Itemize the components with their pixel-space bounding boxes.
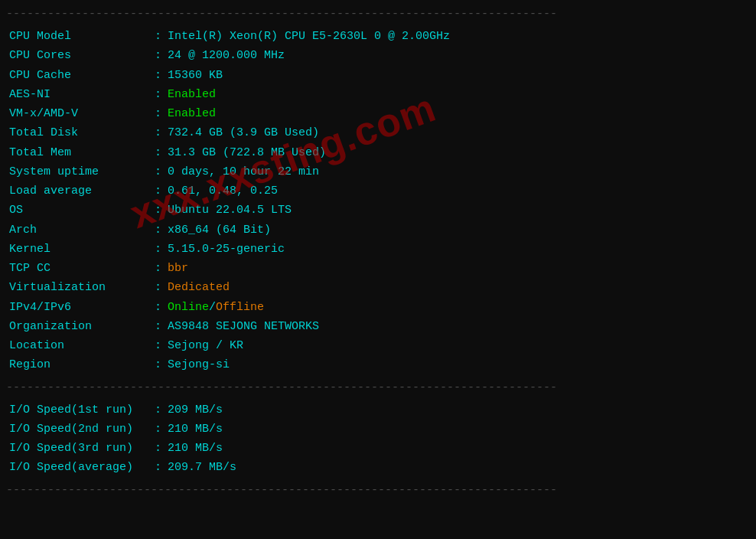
system-info-row: Load average: 0.61, 0.48, 0.25 [0, 181, 756, 201]
info-label: CPU Model [9, 28, 155, 45]
info-colon: : [155, 221, 161, 239]
info-colon: : [155, 67, 161, 84]
info-label: Total Disk [9, 124, 155, 142]
middle-divider: ----------------------------------------… [0, 378, 756, 397]
system-info-row: System uptime: 0 days, 10 hour 22 min [0, 162, 756, 181]
io-colon: : [155, 401, 161, 419]
io-value: 210 MB/s [168, 420, 223, 438]
system-info-row: Total Disk: 732.4 GB (3.9 GB Used) [0, 123, 756, 142]
system-info-row: IPv4/IPv6: Online / Offline [0, 298, 756, 317]
info-colon: : [155, 182, 161, 200]
info-label: AES-NI [9, 86, 155, 103]
io-section: I/O Speed(1st run): 209 MB/sI/O Speed(2n… [0, 397, 756, 481]
info-value: 24 @ 1200.000 MHz [168, 47, 285, 64]
info-value: Intel(R) Xeon(R) CPU E5-2630L 0 @ 2.00GH… [168, 28, 450, 45]
info-colon: : [155, 299, 161, 316]
io-colon: : [155, 420, 161, 438]
info-value: 732.4 GB (3.9 GB Used) [168, 124, 319, 142]
ipv6-status: Offline [216, 299, 264, 316]
bottom-divider: ----------------------------------------… [0, 481, 756, 500]
info-value: Sejong-si [168, 356, 230, 374]
io-colon: : [155, 439, 161, 457]
info-label: Kernel [9, 240, 155, 258]
info-label: Load average [9, 182, 155, 200]
info-label: Total Mem [9, 144, 155, 162]
system-info-row: CPU Model: Intel(R) Xeon(R) CPU E5-2630L… [0, 27, 756, 46]
io-value: 210 MB/s [168, 439, 223, 457]
info-value: Enabled [168, 105, 216, 122]
io-info-row: I/O Speed(3rd run): 210 MB/s [0, 439, 756, 458]
info-colon: : [155, 47, 161, 64]
info-colon: : [155, 144, 161, 162]
info-value: Enabled [168, 86, 216, 103]
system-info-row: CPU Cache: 15360 KB [0, 66, 756, 85]
io-value: 209 MB/s [168, 401, 223, 419]
io-info-row: I/O Speed(2nd run): 210 MB/s [0, 420, 756, 439]
io-value: 209.7 MB/s [168, 459, 236, 476]
info-label: System uptime [9, 163, 155, 181]
info-colon: : [155, 163, 161, 181]
info-value: x86_64 (64 Bit) [168, 221, 271, 239]
system-info-row: AES-NI: Enabled [0, 85, 756, 104]
info-colon: : [155, 260, 161, 277]
info-label: VM-x/AMD-V [9, 105, 155, 122]
top-divider: ----------------------------------------… [0, 5, 756, 24]
io-label: I/O Speed(2nd run) [9, 420, 155, 438]
info-value: 15360 KB [168, 67, 223, 84]
system-info-row: Arch: x86_64 (64 Bit) [0, 220, 756, 240]
system-info-row: CPU Cores: 24 @ 1200.000 MHz [0, 46, 756, 65]
terminal-window: ----------------------------------------… [0, 0, 756, 539]
info-label: Virtualization [9, 279, 155, 296]
info-value: bbr [168, 260, 188, 277]
io-label: I/O Speed(1st run) [9, 401, 155, 419]
info-colon: : [155, 28, 161, 45]
info-label: OS [9, 201, 155, 219]
info-colon: : [155, 124, 161, 142]
info-colon: : [155, 337, 161, 354]
io-label: I/O Speed(average) [9, 459, 155, 476]
info-colon: : [155, 318, 161, 335]
info-colon: : [155, 240, 161, 258]
info-colon: : [155, 356, 161, 374]
ip-slash: / [209, 299, 216, 316]
info-label: Organization [9, 318, 155, 335]
info-colon: : [155, 201, 161, 219]
system-info-row: Location: Sejong / KR [0, 336, 756, 355]
info-label: Region [9, 356, 155, 374]
info-value: 5.15.0-25-generic [168, 240, 285, 258]
info-label: CPU Cores [9, 47, 155, 64]
info-value: Sejong / KR [168, 337, 243, 354]
info-label: Location [9, 337, 155, 354]
io-colon: : [155, 459, 161, 476]
info-colon: : [155, 279, 161, 296]
info-label: CPU Cache [9, 67, 155, 84]
system-info-row: Region: Sejong-si [0, 355, 756, 374]
system-info-row: Total Mem: 31.3 GB (722.8 MB Used) [0, 143, 756, 162]
info-label: TCP CC [9, 260, 155, 277]
info-value: 31.3 GB (722.8 MB Used) [168, 144, 326, 162]
system-info-section: CPU Model: Intel(R) Xeon(R) CPU E5-2630L… [0, 24, 756, 378]
io-info-row: I/O Speed(1st run): 209 MB/s [0, 400, 756, 420]
system-info-row: VM-x/AMD-V: Enabled [0, 104, 756, 123]
info-colon: : [155, 86, 161, 103]
info-colon: : [155, 105, 161, 122]
system-info-row: OS: Ubuntu 22.04.5 LTS [0, 201, 756, 220]
system-info-row: TCP CC: bbr [0, 259, 756, 278]
io-info-row: I/O Speed(average): 209.7 MB/s [0, 458, 756, 477]
system-info-row: Virtualization: Dedicated [0, 278, 756, 297]
ipv4-status: Online [168, 299, 209, 316]
info-value: Dedicated [168, 279, 230, 296]
info-label: IPv4/IPv6 [9, 299, 155, 316]
system-info-row: Kernel: 5.15.0-25-generic [0, 240, 756, 259]
info-value: 0 days, 10 hour 22 min [168, 163, 319, 181]
info-value: AS9848 SEJONG NETWORKS [168, 318, 319, 335]
info-value: Ubuntu 22.04.5 LTS [168, 201, 292, 219]
system-info-row: Organization: AS9848 SEJONG NETWORKS [0, 317, 756, 336]
io-label: I/O Speed(3rd run) [9, 439, 155, 457]
info-value: 0.61, 0.48, 0.25 [168, 182, 278, 200]
info-label: Arch [9, 221, 155, 239]
